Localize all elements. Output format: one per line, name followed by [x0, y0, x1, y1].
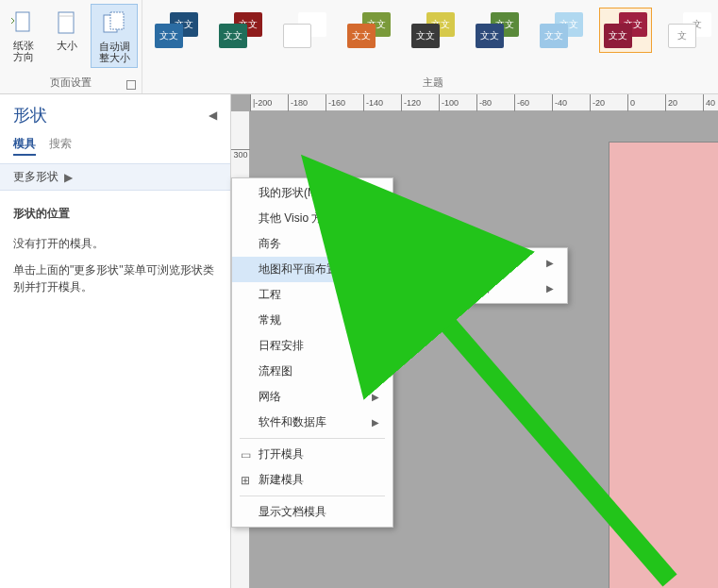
theme-swatch-3[interactable]: 文文文文 [342, 8, 395, 53]
maps-floorplan-submenu: 地图▶建筑设计图▶ [406, 247, 568, 304]
more-shapes-label: 更多形状 [13, 169, 58, 185]
ruler-h-tick: 40 [703, 94, 715, 111]
menu-item-label: 地图和平面布置图 [259, 261, 349, 277]
autofit-button[interactable]: 自动调整大小 [91, 4, 138, 68]
theme-swatch-6[interactable]: 文文文文 [535, 8, 588, 53]
ruler-h-tick: -80 [476, 94, 492, 111]
ruler-h-tick: -160 [326, 94, 345, 111]
menu-item-label: 常规 [259, 312, 281, 328]
chevron-right-icon: ▶ [372, 417, 379, 428]
menu-separator [240, 496, 385, 496]
ruler-h-tick: -140 [363, 94, 383, 111]
orientation-icon [8, 8, 39, 38]
page-setup-label-text: 页面设置 [50, 76, 92, 88]
shapes-location-heading: 形状的位置 [13, 206, 217, 222]
menu-item-label: 流程图 [259, 363, 292, 379]
menu-item[interactable]: 地图和平面布置图▶ [232, 257, 392, 282]
menu-item-label: 软件和数据库 [259, 414, 326, 430]
menu-item[interactable]: 地图▶ [407, 250, 567, 276]
menu-item-label: 日程安排 [259, 338, 304, 354]
orientation-label: 纸张方向 [9, 40, 38, 62]
chevron-right-icon: ▶ [372, 213, 379, 224]
size-label: 大小 [57, 40, 77, 51]
horizontal-ruler: |-200-180-160-140-120-100-80-60-40-20020… [250, 94, 718, 111]
size-button[interactable]: 大小 [47, 4, 87, 55]
more-shapes-button[interactable]: 更多形状 ▶ [0, 163, 230, 191]
page-setup-launcher-icon[interactable] [126, 80, 136, 90]
svg-rect-1 [58, 12, 74, 33]
shapes-collapse-icon[interactable]: ◀ [209, 109, 217, 122]
menu-item[interactable]: 日程安排▶ [232, 333, 392, 359]
ruler-h-tick: -40 [552, 94, 567, 111]
theme-swatch-2[interactable] [278, 8, 331, 53]
theme-swatch-4[interactable]: 文文文文 [407, 8, 459, 53]
ruler-h-tick: -60 [514, 94, 529, 111]
theme-front-shape: 文 [668, 24, 696, 48]
theme-front-shape: 文文 [219, 24, 247, 48]
page-setup-group-label: 页面设置 [4, 74, 138, 92]
svg-rect-4 [110, 12, 124, 29]
size-icon [52, 8, 82, 38]
menu-item-label: 打开模具 [259, 446, 304, 462]
themes-group-label: 主题 [146, 74, 718, 92]
menu-item[interactable]: 网络▶ [232, 384, 392, 410]
orientation-button[interactable]: 纸张方向 [4, 4, 43, 66]
menu-item[interactable]: 软件和数据库▶ [232, 410, 392, 435]
menu-item[interactable]: 显示文档模具 [232, 499, 392, 525]
chevron-right-icon: ▶ [372, 239, 379, 249]
ruler-h-tick: -100 [439, 94, 459, 111]
theme-swatch-1[interactable]: 文文文文 [214, 8, 267, 53]
menu-item-label: 显示文档模具 [259, 504, 326, 520]
menu-item[interactable]: ⊞新建模具 [232, 467, 392, 493]
ruler-h-tick: 0 [627, 94, 635, 111]
open-stencil-icon: ▭ [238, 447, 253, 462]
menu-item[interactable]: 常规▶ [232, 308, 392, 333]
chevron-right-icon: ▶ [372, 188, 379, 198]
more-shapes-menu: 我的形状(M)▶其他 Visio 方案▶商务▶地图和平面布置图▶工程▶常规▶日程… [231, 177, 393, 528]
theme-front-shape: 文文 [347, 24, 376, 48]
theme-swatch-0[interactable]: 文文文文 [150, 8, 203, 53]
menu-item[interactable]: 商务▶ [232, 231, 392, 257]
theme-swatch-8[interactable]: 文文 [663, 8, 716, 53]
ruler-v-tick: 300 [231, 149, 250, 160]
menu-item[interactable]: 流程图▶ [232, 359, 392, 384]
theme-front-shape [283, 24, 311, 48]
theme-swatch-7[interactable]: 文文文文 [599, 8, 652, 53]
themes-group: 文文文文文文文文文文文文文文文文文文文文文文文文文文文文文文 主题 [142, 0, 718, 93]
chevron-right-icon: ▶ [546, 283, 554, 294]
ruler-h-tick: -20 [590, 94, 605, 111]
tab-search[interactable]: 搜索 [49, 136, 72, 156]
theme-front-shape: 文文 [476, 24, 504, 48]
menu-item-label: 地图 [433, 255, 456, 271]
chevron-right-icon: ▶ [546, 258, 554, 268]
menu-item-label: 其他 Visio 方案 [259, 210, 334, 227]
tab-stencils[interactable]: 模具 [13, 136, 36, 156]
shapes-tabs: 模具 搜索 [0, 132, 230, 163]
theme-front-shape: 文文 [411, 24, 440, 48]
chevron-right-icon: ▶ [372, 341, 379, 351]
menu-item[interactable]: 建筑设计图▶ [407, 276, 567, 301]
autofit-icon [99, 8, 129, 39]
theme-front-shape: 文文 [155, 24, 183, 48]
menu-item-label: 我的形状(M) [259, 185, 321, 201]
chevron-right-icon: ▶ [372, 264, 379, 275]
theme-front-shape: 文文 [540, 24, 568, 48]
menu-item-label: 商务 [259, 236, 281, 252]
drawing-page[interactable] [609, 142, 718, 588]
chevron-right-icon: ▶ [64, 171, 73, 184]
menu-item[interactable]: ▭打开模具 [232, 442, 392, 467]
menu-separator [240, 438, 385, 439]
ruler-h-tick: |-200 [250, 94, 272, 111]
menu-item-label: 新建模具 [259, 472, 304, 488]
autofit-label: 自动调整大小 [97, 41, 131, 63]
chevron-right-icon: ▶ [372, 392, 379, 402]
menu-item-label: 建筑设计图 [433, 280, 490, 296]
chevron-right-icon: ▶ [372, 366, 379, 377]
menu-item[interactable]: 其他 Visio 方案▶ [232, 206, 392, 231]
ruler-h-tick: -120 [401, 94, 421, 111]
menu-item[interactable]: 工程▶ [232, 282, 392, 308]
menu-item[interactable]: 我的形状(M)▶ [232, 180, 392, 206]
ruler-h-tick: 20 [665, 94, 677, 111]
theme-swatch-5[interactable]: 文文文文 [471, 8, 524, 53]
instruction-text: 单击上面的"更多形状"菜单可浏览形状类别并打开模具。 [13, 261, 217, 295]
